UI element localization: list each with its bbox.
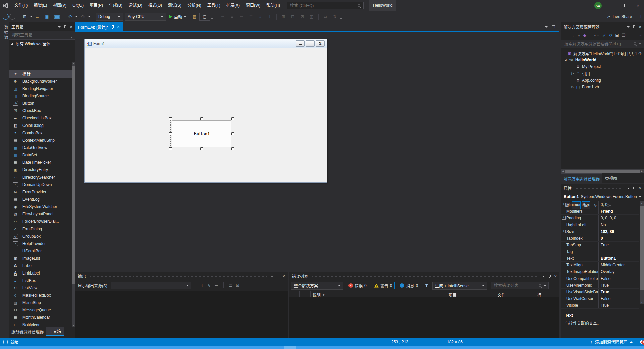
notifications-button[interactable]: 2	[640, 338, 643, 346]
property-row[interactable]: Visible True	[561, 302, 639, 309]
live-share-button[interactable]: Live Share	[607, 14, 644, 19]
expand-icon[interactable]	[562, 216, 566, 220]
toolbox-item[interactable]: ◫ BindingNavigator	[9, 85, 72, 92]
toolbox-item[interactable]: ab Button	[9, 100, 72, 107]
menu-item[interactable]: 项目(P)	[87, 0, 106, 11]
next-message-icon[interactable]	[214, 283, 218, 288]
pending-changes-icon[interactable]	[593, 33, 596, 38]
solution-horizontal-scrollbar[interactable]: ◄►	[561, 169, 644, 173]
menu-item[interactable]: 格式(O)	[145, 0, 165, 11]
close-icon[interactable]	[639, 24, 641, 29]
preview-selected-icon[interactable]	[622, 33, 626, 38]
close-icon[interactable]	[282, 274, 285, 279]
toolbar-overflow-caret[interactable]	[211, 18, 213, 19]
format-overflow-caret[interactable]	[340, 18, 342, 19]
object-selector[interactable]: Button1 System.Windows.Forms.Button	[561, 192, 644, 201]
word-wrap-icon[interactable]	[236, 283, 239, 288]
pin-icon[interactable]	[111, 25, 114, 29]
align-middles-button[interactable]	[256, 13, 265, 21]
quick-search-input[interactable]	[289, 3, 357, 8]
toolbox-item[interactable]: ∷ ListView	[9, 284, 72, 292]
solution-tree-item[interactable]: ▢ Form1.vb	[561, 84, 644, 90]
new-file-button[interactable]	[20, 13, 29, 21]
collapse-all-icon[interactable]	[615, 33, 619, 38]
property-row[interactable]: UseVisualStyleBackColor True	[561, 289, 639, 295]
toolbox-item[interactable]: ▱ FolderBrowserDial...	[9, 218, 72, 225]
class-view-tab[interactable]: 类视图	[602, 173, 620, 183]
horizontal-spacing-button[interactable]	[321, 13, 330, 21]
data-sources-vertical-tab[interactable]: 数据源	[0, 25, 9, 40]
error-scope-select[interactable]: 整个解决方案	[291, 282, 343, 290]
align-bottoms-button[interactable]	[265, 13, 274, 21]
solution-search-input[interactable]	[564, 41, 632, 47]
property-row[interactable]: TextAlign MiddleCenter	[561, 262, 639, 268]
save-all-button[interactable]	[52, 13, 61, 21]
window-position-caret[interactable]	[58, 26, 61, 28]
toolbox-group-header[interactable]: 所有 Windows 窗体	[9, 40, 75, 47]
clear-output-icon[interactable]	[229, 283, 232, 288]
toolbar-overflow-icon[interactable]	[639, 33, 641, 38]
property-value[interactable]: True	[599, 243, 639, 247]
document-tab-form1[interactable]: Form1.vb [设计]*	[75, 22, 123, 31]
selection-handle-se[interactable]	[231, 147, 234, 150]
menu-item[interactable]: 调试(D)	[125, 0, 145, 11]
selection-handle-ne[interactable]	[231, 117, 234, 120]
property-row[interactable]: Modifiers Friend	[561, 208, 639, 215]
solution-tree-item[interactable]: ⚙ My Project	[561, 63, 644, 70]
toolbox-scrollbar[interactable]: ▲ ▼	[72, 62, 75, 327]
solution-tree-item[interactable]: ▣ 解决方案"HelloWorld"(1 个项目/共 1 个	[561, 50, 644, 57]
property-row[interactable]: UseCompatibleTextRendering False	[561, 275, 639, 282]
vertical-spacing-button[interactable]	[330, 13, 339, 21]
selection-handle-e[interactable]	[231, 132, 234, 135]
feedback-icon[interactable]	[638, 14, 641, 19]
selection-handle-nw[interactable]	[169, 117, 172, 120]
quick-search-box[interactable]	[287, 2, 364, 9]
toolbox-item[interactable]: ▦ DataGridView	[9, 144, 72, 151]
solution-explorer-tab[interactable]: 解决方案资源管理器	[561, 173, 602, 183]
toolbox-item[interactable]: ≣ CheckedListBox	[9, 114, 72, 122]
sync-with-active-document-icon[interactable]	[609, 33, 612, 38]
pin-icon[interactable]	[633, 25, 636, 29]
close-button[interactable]	[632, 0, 644, 11]
toolbox-item[interactable]: (.). MaskedTextBox	[9, 292, 72, 299]
tree-expander-icon[interactable]	[570, 72, 575, 75]
scrollbar-thumb[interactable]	[72, 66, 75, 284]
minimize-button[interactable]: ─	[608, 0, 620, 11]
make-same-width-button[interactable]	[279, 13, 288, 21]
toolbox-item[interactable]: xy GroupBox	[9, 233, 72, 240]
toolbox-item[interactable]: ▦ DateTimePicker	[9, 159, 72, 166]
property-row[interactable]: RightToLeft No	[561, 221, 639, 228]
toolbox-item[interactable]: ▼ ComboBox	[9, 129, 72, 137]
close-icon[interactable]	[639, 186, 641, 191]
user-avatar[interactable]: AW	[594, 2, 602, 9]
property-value[interactable]: MiddleCenter	[599, 263, 639, 267]
solution-configuration-select[interactable]: Debug	[96, 13, 123, 21]
toolbox-item[interactable]: ▣ ImageList	[9, 255, 72, 262]
window-position-caret[interactable]	[627, 26, 630, 28]
window-position-caret[interactable]	[271, 276, 273, 277]
property-value[interactable]: True	[599, 303, 639, 308]
align-centers-button[interactable]	[228, 13, 236, 21]
toolbox-item[interactable]: A LinkLabel	[9, 269, 72, 277]
toolbox-item[interactable]: ○ DirectorySearcher	[9, 173, 72, 181]
solution-platform-select[interactable]: Any CPU	[125, 13, 166, 21]
align-tops-button[interactable]	[247, 13, 255, 21]
toolbox-item[interactable]: ▤ ContextMenuStrip	[9, 137, 72, 144]
previous-message-icon[interactable]	[207, 283, 211, 288]
button1-control[interactable]: Button1	[172, 120, 231, 147]
make-same-height-button[interactable]	[288, 13, 297, 21]
toolbox-item[interactable]: ▤ EventLog	[9, 196, 72, 203]
toolbox-item[interactable]: ▦ MonthCalendar	[9, 314, 72, 321]
menu-item[interactable]: 工具(T)	[204, 0, 223, 11]
messages-filter-button[interactable]: i 消息0	[397, 282, 421, 289]
toolbox-item[interactable]: ☑ CheckBox	[9, 107, 72, 114]
scrollbar-thumb[interactable]	[640, 206, 644, 290]
pin-icon[interactable]	[64, 25, 67, 29]
find-in-files-button[interactable]	[190, 13, 199, 21]
selection-marquee[interactable]: Button1	[170, 119, 233, 149]
property-value[interactable]: No	[599, 222, 639, 227]
window-position-caret[interactable]	[542, 276, 545, 277]
toolbox-item[interactable]: A Label	[9, 262, 72, 269]
align-rights-button[interactable]	[237, 13, 246, 21]
tree-expander-icon[interactable]	[570, 85, 575, 89]
